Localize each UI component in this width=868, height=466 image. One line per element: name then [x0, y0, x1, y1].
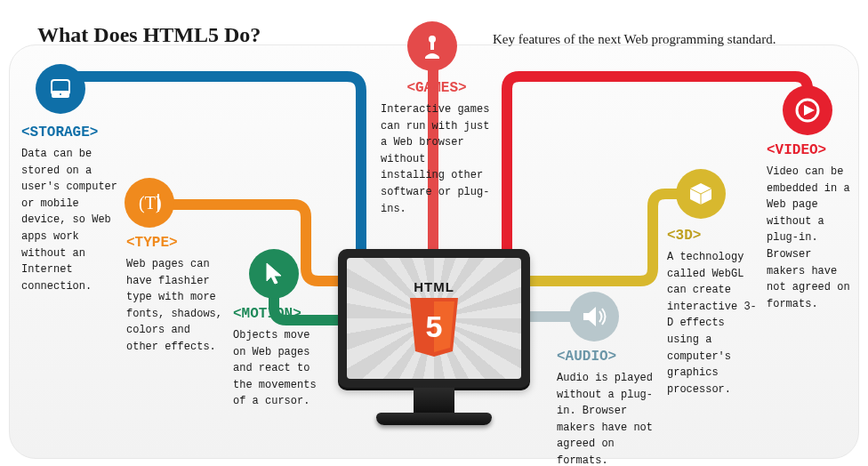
- feature-desc: Web pages can have flashier type with mo…: [126, 256, 224, 356]
- feature-desc: Data can be stored on a user's computer …: [21, 146, 121, 294]
- feature-audio: <AUDIO> Audio is played without a plug-i…: [557, 349, 656, 466]
- feature-desc: Interactive games can run with just a We…: [381, 101, 493, 217]
- feature-tag: <AUDIO>: [557, 349, 656, 365]
- monitor-illustration: HTML 5: [338, 249, 530, 436]
- feature-desc: Audio is played without a plug-in. Brows…: [557, 370, 656, 466]
- svg-marker-8: [583, 307, 596, 326]
- type-icon: (T): [125, 178, 174, 228]
- html5-label: HTML: [414, 279, 454, 294]
- feature-desc: Objects move on Web pages and react to t…: [233, 327, 326, 410]
- games-icon: [407, 21, 457, 71]
- audio-icon: [569, 292, 619, 341]
- svg-marker-12: [804, 105, 815, 116]
- html5-shield-icon: 5: [406, 296, 462, 358]
- feature-tag: <VIDEO>: [767, 142, 856, 158]
- feature-motion: <MOTION> Objects move on Web pages and r…: [233, 306, 326, 410]
- svg-text:5: 5: [426, 309, 443, 343]
- feature-type: <TYPE> Web pages can have flashier type …: [126, 235, 224, 356]
- feature-video: <VIDEO> Video can be embedded in a Web p…: [767, 142, 856, 312]
- svg-rect-7: [430, 41, 434, 50]
- feature-tag: <MOTION>: [233, 306, 326, 322]
- svg-point-2: [60, 93, 61, 95]
- feature-desc: Video can be embedded in a Web page with…: [767, 164, 856, 312]
- feature-desc: A technology called WebGL can create int…: [667, 249, 763, 398]
- page-subtitle: Key features of the next Web programming…: [493, 32, 776, 47]
- feature-tag: <TYPE>: [126, 235, 224, 251]
- cube-icon: [676, 169, 726, 219]
- motion-icon: [249, 249, 299, 299]
- feature-storage: <STORAGE> Data can be stored on a user's…: [21, 125, 121, 294]
- storage-icon: [36, 64, 85, 114]
- svg-marker-5: [267, 263, 281, 284]
- feature-tag: <3D>: [667, 228, 763, 244]
- video-icon: [783, 85, 832, 135]
- feature-tag: <STORAGE>: [21, 125, 121, 141]
- feature-tag: <GAMES>: [381, 80, 493, 96]
- feature-3d: <3D> A technology called WebGL can creat…: [667, 228, 763, 398]
- page-title: What Does HTML5 Do?: [37, 23, 261, 47]
- feature-games: <GAMES> Interactive games can run with j…: [381, 80, 493, 217]
